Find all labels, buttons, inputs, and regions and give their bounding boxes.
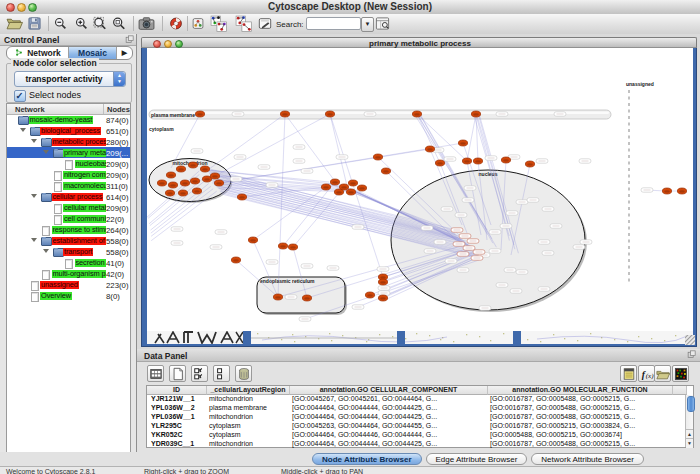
cell-2-2[interactable]: [GO:0044464, GO:0044444, GO:0044425, G..…: [290, 413, 488, 422]
tree-row-response-to-stimul[interactable]: response to stimul264(0): [7, 224, 130, 235]
scroll-down-icon[interactable]: ▼: [686, 438, 693, 448]
edge[interactable]: [467, 114, 476, 161]
tree-row-macromolecule[interactable]: macromolecule311(0): [7, 180, 130, 191]
cell-3-3[interactable]: [GO:0016787, GO:0005215, GO:0003824, G..…: [488, 422, 673, 431]
cell-0-2[interactable]: [GO:0045267, GO:0045261, GO:0044464, G..…: [290, 395, 488, 404]
tab-overflow-arrow[interactable]: ▶: [117, 47, 132, 59]
tree-row-cell-communicat[interactable]: cell communicat22(0): [7, 213, 130, 224]
cell-1-2[interactable]: [GO:0044464, GO:0044444, GO:0044425, G..…: [290, 404, 488, 413]
expand-arrow-icon[interactable]: [31, 194, 37, 198]
edge[interactable]: [330, 114, 383, 277]
network-window-titlebar[interactable]: primary metabolic process: [141, 37, 697, 48]
heatmap-button[interactable]: [672, 365, 689, 382]
edge[interactable]: [330, 114, 347, 186]
cell-2-3[interactable]: [GO:0016787, GO:0005488, GO:0005215, G..…: [488, 413, 673, 422]
tree-row-label: Overview: [40, 292, 72, 301]
cell-1-3[interactable]: [GO:0016787, GO:0005488, GO:0005215, G..…: [488, 404, 673, 413]
zoom-in-icon[interactable]: [75, 15, 88, 33]
tree-row-establishment-of-lo[interactable]: establishment of lo558(0): [7, 235, 130, 246]
cell-0-3[interactable]: [GO:0016787, GO:0005488, GO:0005215, G..…: [488, 395, 673, 404]
column-header-annotation-go-cellular-component[interactable]: annotation.GO CELLULAR_COMPONENT: [290, 386, 488, 395]
tree-row-mosaic-demo-yeast[interactable]: mosaic-demo-yeast874(0): [7, 114, 130, 125]
search-dropdown-button[interactable]: ▼: [361, 17, 374, 32]
tab-network-attribute-browser[interactable]: Network Attribute Browser: [531, 453, 643, 465]
search-input[interactable]: [306, 17, 361, 30]
cell-4-3[interactable]: [GO:0005488, GO:0005215, GO:0003674]: [488, 431, 673, 440]
node-color-dropdown[interactable]: transporter activity ▲▼: [14, 71, 126, 87]
zoom-out-icon[interactable]: [54, 15, 67, 33]
network-overlay-icon-1[interactable]: [209, 15, 228, 33]
tree-row-count: 558(0): [106, 248, 129, 257]
select-attributes-button[interactable]: [191, 365, 208, 382]
cell-0-1[interactable]: mitochondrion: [207, 395, 290, 404]
function-builder-button[interactable]: f(x): [638, 365, 655, 382]
save-icon[interactable]: [27, 15, 42, 33]
select-nodes-checkbox[interactable]: ✓: [14, 90, 26, 102]
window-resize-grip[interactable]: [685, 335, 695, 345]
tree-row-transport[interactable]: transport558(0): [7, 246, 130, 257]
search-options-icon[interactable]: [375, 15, 390, 33]
cell-4-2[interactable]: [GO:0044464, GO:0044446, GO:0044444, G..…: [290, 431, 488, 440]
column-header-annotation-go-molecular-function[interactable]: annotation.GO MOLECULAR_FUNCTION: [488, 386, 673, 395]
tree-row-cellular-metabol[interactable]: cellular metabol209(0): [7, 202, 130, 213]
edge[interactable]: [293, 187, 344, 247]
open-attributes-button[interactable]: [654, 365, 671, 382]
attribute-table-button[interactable]: [147, 365, 164, 382]
network-canvas[interactable]: plasma membranecytoplasmmitochondrionnuc…: [147, 48, 693, 331]
vizmapper-icon[interactable]: [192, 15, 204, 33]
compartment-plasma-membrane[interactable]: [149, 110, 611, 119]
column-header-id[interactable]: ID: [147, 386, 207, 395]
help-ring-icon[interactable]: [169, 15, 183, 33]
table-scrollbar[interactable]: ▲ ▼: [685, 395, 693, 447]
edge[interactable]: [417, 114, 440, 163]
tree-row-secretion[interactable]: secretion41(0): [7, 257, 130, 268]
tree-row-primary-metabo[interactable]: primary metabo209(...: [7, 147, 130, 158]
annotation-icon[interactable]: [258, 15, 272, 33]
network-overlay-icon-2[interactable]: [234, 15, 253, 33]
cell-4-1[interactable]: cytoplasm: [207, 431, 290, 440]
tree-row-count: 209(0): [106, 204, 129, 213]
cell-4-0[interactable]: YKR052C: [147, 431, 207, 440]
cell-2-0[interactable]: YPL036W__1: [147, 413, 207, 422]
cell-2-1[interactable]: mitochondrion: [207, 413, 290, 422]
tree-row-metabolic-process[interactable]: metabolic process280(0): [7, 136, 130, 147]
camera-icon[interactable]: [137, 15, 156, 33]
tree-row-biological-process[interactable]: biological_process651(0): [7, 125, 130, 136]
cell-3-0[interactable]: YLR295C: [147, 422, 207, 431]
cell-0-0[interactable]: YJR121W__1: [147, 395, 207, 404]
expand-arrow-icon[interactable]: [43, 150, 49, 154]
cell-1-1[interactable]: plasma membrane: [207, 404, 290, 413]
zoom-selected-icon[interactable]: [112, 15, 126, 33]
delete-attribute-button[interactable]: [235, 365, 252, 382]
tree-row-cellular-process[interactable]: cellular process614(0): [7, 191, 130, 202]
scrollbar-thumb[interactable]: [687, 396, 695, 412]
cell-5-2[interactable]: [GO:0044464, GO:0044444, GO:0044425, G..…: [290, 440, 488, 449]
expand-arrow-icon[interactable]: [31, 238, 37, 242]
new-attribute-button[interactable]: [169, 365, 186, 382]
cell-5-0[interactable]: YDR039C__1: [147, 440, 207, 449]
expand-arrow-icon[interactable]: [20, 128, 26, 132]
cell-3-2[interactable]: [GO:0045263, GO:0044464, GO:0044455, G..…: [290, 422, 488, 431]
tree-row-nucleobase-[interactable]: nucleobase-209(0): [7, 158, 130, 169]
float-panel-icon[interactable]: [125, 35, 134, 44]
tab-edge-attribute-browser[interactable]: Edge Attribute Browser: [426, 453, 528, 465]
column-header-extra[interactable]: [673, 386, 687, 395]
open-icon[interactable]: [6, 15, 23, 33]
expand-arrow-icon[interactable]: [31, 139, 37, 143]
tree-row-multi-organism-pro[interactable]: multi-organism pro42(0): [7, 268, 130, 279]
zoom-fit-icon[interactable]: [93, 15, 107, 33]
tab-node-attribute-browser[interactable]: Node Attribute Browser: [312, 453, 422, 465]
data-panel-float-icon[interactable]: [687, 350, 696, 359]
cell-1-0[interactable]: YPL036W__2: [147, 404, 207, 413]
import-attributes-button[interactable]: [620, 365, 637, 382]
cell-3-1[interactable]: cytoplasm: [207, 422, 290, 431]
column-header--cellularlayoutregion[interactable]: _cellularLayoutRegion: [207, 386, 290, 395]
expand-arrow-icon[interactable]: [43, 249, 49, 253]
tree-row-unassigned[interactable]: unassigned223(0): [7, 279, 130, 290]
tree-row-nitrogen-compo[interactable]: nitrogen compo209(0): [7, 169, 130, 180]
tree-row-overview[interactable]: Overview8(0): [7, 290, 130, 301]
unified-attributes-button[interactable]: [213, 365, 230, 382]
edge[interactable]: [205, 114, 285, 172]
cell-5-3[interactable]: [GO:0016787, GO:0005488, GO:0005215, G..…: [488, 440, 673, 449]
cell-5-1[interactable]: mitochondrion: [207, 440, 290, 449]
